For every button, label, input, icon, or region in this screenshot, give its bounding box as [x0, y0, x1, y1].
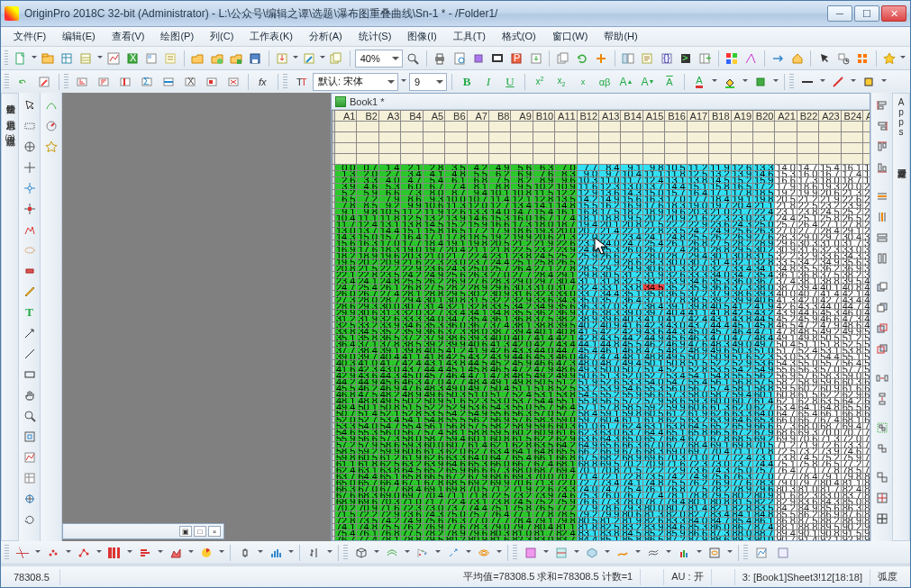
uniform-height-button[interactable]	[873, 249, 891, 267]
hist-plot-button[interactable]	[266, 543, 286, 563]
menu-c[interactable]: 列(C)	[203, 28, 241, 45]
bar-plot-button[interactable]	[135, 543, 155, 563]
slide-show-button[interactable]	[489, 49, 506, 68]
zoom-full-button[interactable]	[405, 49, 422, 68]
recolor-button[interactable]	[751, 72, 770, 92]
pointer-button[interactable]	[815, 49, 833, 68]
font-size-combo[interactable]: 9	[409, 73, 447, 91]
import-multi-button[interactable]	[328, 49, 345, 68]
area-plot-button[interactable]	[166, 543, 186, 563]
zoom-tool[interactable]	[21, 117, 39, 135]
layer-arrange-button[interactable]	[873, 468, 891, 486]
new-dropdown[interactable]	[32, 56, 38, 61]
column-plot-button[interactable]	[105, 543, 124, 563]
minwin-max[interactable]: □	[194, 526, 206, 537]
supsub-button[interactable]: x	[573, 72, 593, 92]
matrix-wire-button[interactable]	[643, 543, 663, 563]
draw-data-tool[interactable]	[21, 283, 39, 301]
align-top-button[interactable]	[873, 138, 891, 156]
tab-objectmanager[interactable]: 对象管理器	[895, 158, 907, 162]
scale-y-button[interactable]	[873, 208, 891, 226]
tab-extra[interactable]: (3)	[2, 130, 18, 142]
anti-alias-button[interactable]	[42, 96, 60, 114]
3d-vector-button[interactable]	[443, 543, 463, 563]
open-excel-button[interactable]	[227, 49, 244, 68]
tab-apps[interactable]: Apps	[897, 94, 906, 137]
group-button[interactable]	[873, 419, 891, 437]
line-tool[interactable]	[21, 345, 39, 363]
graph-style-button[interactable]	[42, 138, 60, 156]
stock-plot-button[interactable]	[305, 543, 324, 563]
sort-asc-button[interactable]	[72, 72, 92, 92]
font-combo[interactable]: 默认: 宋体	[313, 73, 398, 91]
send-data-back-button[interactable]	[873, 340, 891, 358]
new-matrix-button[interactable]	[77, 49, 95, 68]
home-button[interactable]	[788, 49, 806, 68]
open-template-button[interactable]	[208, 49, 225, 68]
sort-col-button[interactable]	[115, 72, 135, 92]
export-ascii-button[interactable]	[34, 72, 54, 92]
line-style-button[interactable]	[797, 72, 817, 92]
menu-f[interactable]: 文件(F)	[6, 28, 53, 45]
rotate-button[interactable]	[21, 511, 39, 529]
align-left-button[interactable]	[873, 96, 891, 114]
refresh-button[interactable]	[573, 49, 590, 68]
code-builder-button[interactable]: {}	[658, 49, 675, 68]
subscript-button[interactable]: x2	[551, 72, 571, 92]
minwin-close[interactable]: ×	[208, 526, 221, 537]
3d-symbol-button[interactable]	[413, 543, 433, 563]
mask-toggle-button[interactable]	[223, 72, 243, 92]
superscript-button[interactable]: x2	[530, 72, 550, 92]
scatter-plot-button[interactable]	[43, 543, 63, 563]
v-space-button[interactable]	[873, 390, 891, 408]
increasefont-button[interactable]: A▲	[616, 72, 636, 92]
line-symbol-button[interactable]	[74, 543, 94, 563]
close-button[interactable]: ✕	[881, 5, 906, 22]
menu-w[interactable]: 窗口(W)	[545, 28, 596, 45]
bring-data-front-button[interactable]	[873, 320, 891, 338]
print-button[interactable]	[432, 49, 449, 68]
import-dropdown[interactable]	[293, 56, 299, 61]
pointer-tool[interactable]	[21, 96, 39, 114]
rescale-button[interactable]	[21, 490, 39, 508]
zoom-combo[interactable]: 40%	[355, 50, 403, 68]
underline-button[interactable]: U	[500, 72, 520, 92]
new-excel-button[interactable]: X	[123, 49, 141, 68]
ungroup-button[interactable]	[873, 439, 891, 457]
menu-v[interactable]: 查看(V)	[105, 28, 152, 45]
command-window-button[interactable]: >	[677, 49, 694, 68]
digitizer-button[interactable]	[742, 49, 760, 68]
data-cursor-tool[interactable]	[21, 200, 39, 218]
matrix-surface-button[interactable]	[613, 543, 633, 563]
workbook-titlebar[interactable]: Book1 *	[332, 94, 870, 110]
mask-tool[interactable]	[21, 262, 39, 280]
bring-front-button[interactable]	[873, 278, 891, 296]
uniform-width-button[interactable]	[873, 229, 891, 247]
export-button[interactable]	[527, 49, 544, 68]
new-layout-button[interactable]	[142, 49, 159, 68]
color-button[interactable]	[724, 49, 741, 68]
contour-button[interactable]	[474, 543, 494, 563]
3d-surface-button[interactable]	[382, 543, 402, 563]
h-space-button[interactable]	[873, 369, 891, 387]
new-matrix-dropdown[interactable]	[96, 56, 103, 61]
send-back-button[interactable]	[873, 299, 891, 317]
speed-mode-button[interactable]	[42, 117, 60, 135]
sort-desc-button[interactable]	[94, 72, 114, 92]
copy-page-button[interactable]	[469, 49, 487, 68]
transfer-button[interactable]	[770, 49, 787, 68]
menu-t[interactable]: 工具(T)	[446, 28, 493, 45]
duplicate-button[interactable]	[554, 49, 571, 68]
align-bottom-button[interactable]	[873, 158, 891, 176]
scale-in-button[interactable]	[21, 428, 39, 446]
mask-button[interactable]	[202, 72, 222, 92]
greek-button[interactable]: αβ	[595, 72, 615, 92]
minimize-button[interactable]: ─	[827, 5, 852, 22]
fill-button[interactable]	[859, 72, 879, 92]
menu-o[interactable]: 格式(O)	[495, 28, 543, 45]
template-lib-button[interactable]	[752, 543, 771, 563]
insert-wks-button[interactable]	[21, 469, 39, 487]
font-tool-button[interactable]: TT	[291, 72, 311, 92]
extract-layers-button[interactable]	[873, 489, 891, 507]
pan-tool[interactable]	[21, 386, 39, 404]
